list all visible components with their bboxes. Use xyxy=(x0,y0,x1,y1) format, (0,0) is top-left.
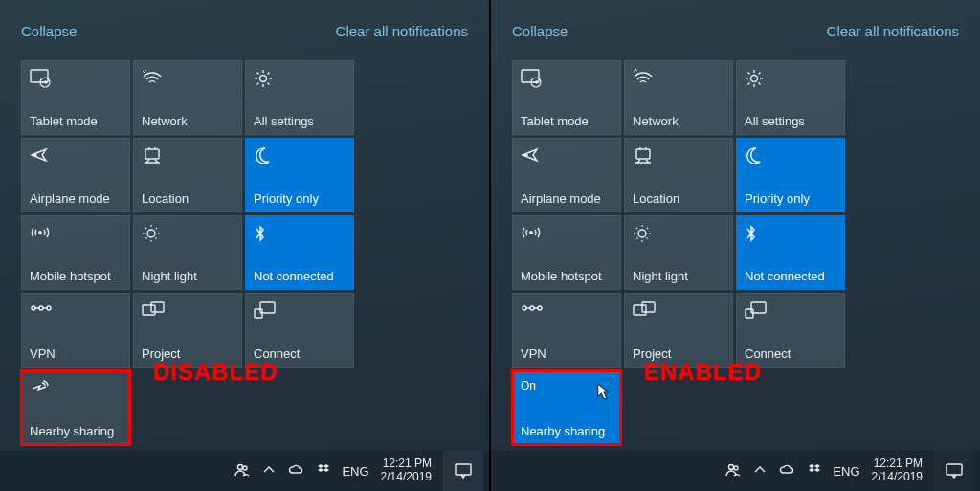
vpn-icon xyxy=(30,301,122,323)
tile-mobile-hotspot[interactable]: Mobile hotspot xyxy=(512,215,621,290)
svg-rect-0 xyxy=(31,70,48,82)
tile-all-settings[interactable]: All settings xyxy=(736,60,845,135)
tile-tablet-mode[interactable]: Tablet mode xyxy=(512,60,621,135)
tile-bluetooth[interactable]: Not connected xyxy=(736,215,845,290)
night-light-icon xyxy=(633,224,724,245)
dropbox-icon[interactable] xyxy=(315,462,330,480)
annotation-disabled: DISABLED xyxy=(153,359,278,386)
tile-nearby-sharing[interactable]: On Nearby sharing xyxy=(512,370,621,445)
wifi-icon xyxy=(633,69,724,90)
svg-point-2 xyxy=(260,76,267,82)
tile-label: Mobile hotspot xyxy=(521,270,612,283)
tile-label: All settings xyxy=(254,115,345,128)
tile-label: All settings xyxy=(745,115,836,128)
action-center-button[interactable] xyxy=(934,451,974,491)
tile-all-settings[interactable]: All settings xyxy=(245,60,354,135)
tile-tablet-mode[interactable]: Tablet mode xyxy=(21,60,130,135)
action-center-button[interactable] xyxy=(443,451,483,491)
svg-rect-3 xyxy=(145,149,159,159)
system-tray: ENG xyxy=(234,462,368,480)
tile-label: Priority only xyxy=(254,192,345,206)
people-icon[interactable] xyxy=(725,462,741,480)
clear-notifications-link[interactable]: Clear all notifications xyxy=(336,23,468,39)
project-icon xyxy=(633,301,724,323)
tile-location[interactable]: Location xyxy=(624,138,733,212)
tile-label: Not connected xyxy=(745,270,836,283)
svg-point-22 xyxy=(523,306,526,310)
tile-connect[interactable]: Connect xyxy=(736,293,845,368)
tile-airplane-mode[interactable]: Airplane mode xyxy=(21,138,130,212)
tile-label: Network xyxy=(142,115,234,128)
tile-label: Not connected xyxy=(254,270,345,283)
taskbar-clock[interactable]: 12:21 PM 2/14/2019 xyxy=(868,458,926,484)
tile-bluetooth[interactable]: Not connected xyxy=(245,215,354,290)
moon-icon xyxy=(254,146,345,167)
tile-label: Nearby sharing xyxy=(521,425,612,438)
gear-icon xyxy=(254,69,345,90)
tile-connect[interactable]: Connect xyxy=(245,293,354,368)
clear-notifications-link[interactable]: Clear all notifications xyxy=(827,23,959,39)
quick-actions-grid: Tablet mode Network All settings Airplan… xyxy=(0,53,459,445)
svg-point-7 xyxy=(39,306,43,310)
taskbar-date: 2/14/2019 xyxy=(872,471,923,484)
language-indicator[interactable]: ENG xyxy=(342,464,368,479)
tile-network[interactable]: Network xyxy=(624,60,733,135)
svg-point-18 xyxy=(751,76,758,82)
tile-label: VPN xyxy=(521,347,612,361)
people-icon[interactable] xyxy=(234,462,250,480)
tile-vpn[interactable]: VPN xyxy=(21,293,130,368)
tile-project[interactable]: Project xyxy=(133,293,242,368)
vpn-icon xyxy=(521,301,612,323)
tile-night-light[interactable]: Night light xyxy=(624,215,733,290)
tile-airplane-mode[interactable]: Airplane mode xyxy=(512,138,621,212)
tile-focus-assist[interactable]: Priority only xyxy=(736,138,845,212)
wifi-icon xyxy=(142,69,234,90)
tile-label: Priority only xyxy=(745,192,836,206)
location-icon xyxy=(142,146,234,167)
chevron-up-icon[interactable] xyxy=(261,462,277,480)
tile-focus-assist[interactable]: Priority only xyxy=(245,138,354,212)
tile-vpn[interactable]: VPN xyxy=(512,293,621,368)
tile-location[interactable]: Location xyxy=(133,138,242,212)
tablet-icon xyxy=(521,69,612,90)
connect-icon xyxy=(745,301,836,323)
collapse-link[interactable]: Collapse xyxy=(21,23,77,39)
panel-top-links: Collapse Clear all notifications xyxy=(491,0,980,53)
moon-icon xyxy=(745,146,836,167)
tablet-icon xyxy=(30,69,122,90)
tile-label: Location xyxy=(142,192,234,206)
tile-network[interactable]: Network xyxy=(133,60,242,135)
svg-point-23 xyxy=(530,306,534,310)
tile-label: Night light xyxy=(142,270,234,283)
nearby-sharing-icon xyxy=(30,379,122,400)
hotspot-icon xyxy=(30,224,122,245)
tile-project[interactable]: Project xyxy=(624,293,733,368)
taskbar-time: 12:21 PM xyxy=(381,458,432,471)
tile-nearby-sharing[interactable]: Nearby sharing xyxy=(21,370,130,445)
svg-point-8 xyxy=(47,306,51,310)
tile-night-light[interactable]: Night light xyxy=(133,215,242,290)
chevron-up-icon[interactable] xyxy=(752,462,768,480)
svg-rect-25 xyxy=(634,305,646,315)
taskbar-clock[interactable]: 12:21 PM 2/14/2019 xyxy=(377,458,435,484)
project-icon xyxy=(142,301,234,323)
dropbox-icon[interactable] xyxy=(806,462,821,480)
taskbar-date: 2/14/2019 xyxy=(381,471,432,484)
airplane-icon xyxy=(521,146,612,167)
onedrive-icon[interactable] xyxy=(779,462,794,480)
bluetooth-icon xyxy=(745,224,836,245)
onedrive-icon[interactable] xyxy=(288,462,303,480)
action-center-panel-disabled: Collapse Clear all notifications Tablet … xyxy=(0,0,489,491)
tile-label: Mobile hotspot xyxy=(30,270,122,283)
svg-point-29 xyxy=(729,464,734,469)
svg-rect-10 xyxy=(151,302,164,312)
svg-point-5 xyxy=(147,230,155,237)
svg-point-20 xyxy=(530,232,532,234)
tile-label: Network xyxy=(633,115,724,128)
svg-point-6 xyxy=(32,306,35,310)
svg-rect-31 xyxy=(947,464,962,475)
language-indicator[interactable]: ENG xyxy=(833,464,859,479)
tile-mobile-hotspot[interactable]: Mobile hotspot xyxy=(21,215,130,290)
svg-rect-19 xyxy=(636,149,650,159)
collapse-link[interactable]: Collapse xyxy=(512,23,568,39)
